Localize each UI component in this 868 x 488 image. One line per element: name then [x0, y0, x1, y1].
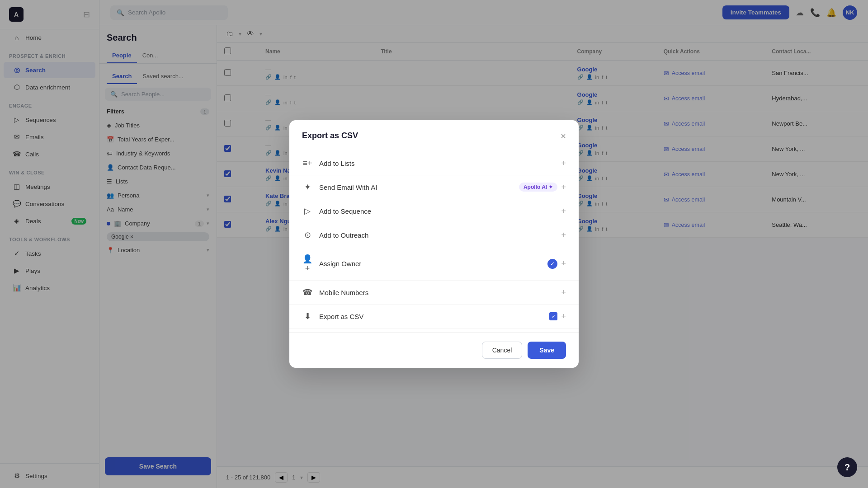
modal-item-label: Send Email With AI	[319, 183, 377, 191]
modal-row-add-outreach[interactable]: ⊙ Add to Outreach +	[289, 223, 579, 247]
check-box-icon: ✓	[549, 312, 557, 320]
modal-item-label: Assign Owner	[319, 260, 361, 267]
modal-item-icon: ⬇	[302, 311, 313, 321]
modal-item-icon: ✦	[302, 182, 313, 192]
plus-icon[interactable]: +	[561, 183, 566, 192]
modal-footer: Cancel Save	[289, 332, 579, 368]
plus-icon[interactable]: +	[561, 259, 566, 268]
modal-item-label: Export as CSV	[319, 313, 363, 320]
modal-item-icon: ☎	[302, 287, 313, 297]
modal-row-send-email-ai[interactable]: ✦ Send Email With AI Apollo AI ✦+	[289, 175, 579, 199]
apollo-ai-badge: Apollo AI ✦	[519, 183, 558, 192]
modal-item-icon: ⊙	[302, 230, 313, 240]
modal-overlay: Export as CSV × ≡+ Add to Lists + ✦ Send…	[0, 0, 868, 488]
plus-icon[interactable]: +	[561, 312, 566, 321]
check-blue-icon: ✓	[547, 259, 557, 269]
plus-icon[interactable]: +	[561, 159, 566, 168]
modal-row-add-sequence[interactable]: ▷ Add to Sequence +	[289, 199, 579, 223]
cancel-button[interactable]: Cancel	[482, 342, 523, 359]
plus-icon[interactable]: +	[561, 230, 566, 240]
help-button[interactable]: ?	[837, 457, 857, 477]
modal-row-add-lists[interactable]: ≡+ Add to Lists +	[289, 152, 579, 175]
modal-item-label: Mobile Numbers	[319, 289, 368, 296]
modal-item-icon: ≡+	[302, 159, 313, 168]
modal-item-label: Add to Outreach	[319, 231, 368, 239]
modal-item-label: Add to Sequence	[319, 207, 371, 215]
modal-row-export-csv[interactable]: ⬇ Export as CSV ✓+	[289, 305, 579, 328]
modal-row-mobile-numbers[interactable]: ☎ Mobile Numbers +	[289, 281, 579, 305]
export-csv-modal: Export as CSV × ≡+ Add to Lists + ✦ Send…	[289, 120, 579, 368]
modal-item-label: Add to Lists	[319, 160, 354, 167]
modal-close-button[interactable]: ×	[561, 131, 566, 141]
save-button[interactable]: Save	[528, 342, 566, 359]
modal-body: ≡+ Add to Lists + ✦ Send Email With AI A…	[289, 148, 579, 332]
plus-icon[interactable]: +	[561, 288, 566, 297]
modal-header: Export as CSV ×	[289, 120, 579, 148]
modal-item-icon: ▷	[302, 206, 313, 216]
modal-title: Export as CSV	[302, 131, 358, 141]
plus-icon[interactable]: +	[561, 206, 566, 216]
modal-row-assign-owner[interactable]: 👤+ Assign Owner ✓+	[289, 247, 579, 281]
modal-item-icon: 👤+	[302, 254, 313, 273]
